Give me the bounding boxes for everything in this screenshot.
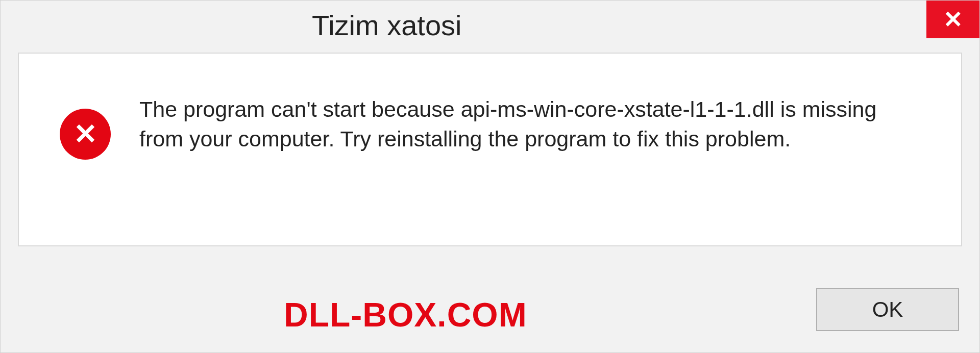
close-button[interactable]: ✕ <box>926 1 979 38</box>
error-icon: ✕ <box>60 109 111 160</box>
cross-icon: ✕ <box>74 120 97 148</box>
ok-button[interactable]: OK <box>816 288 959 331</box>
dialog-title: Tizim xatosi <box>312 9 462 42</box>
error-message: The program can't start because api-ms-w… <box>139 94 920 154</box>
close-icon: ✕ <box>943 8 963 31</box>
footer: DLL-BOX.COM OK <box>1 288 979 331</box>
titlebar: Tizim xatosi ✕ <box>1 1 979 49</box>
watermark-text: DLL-BOX.COM <box>284 295 527 334</box>
error-dialog: Tizim xatosi ✕ ✕ The program can't start… <box>0 0 980 353</box>
content-panel: ✕ The program can't start because api-ms… <box>18 53 962 246</box>
